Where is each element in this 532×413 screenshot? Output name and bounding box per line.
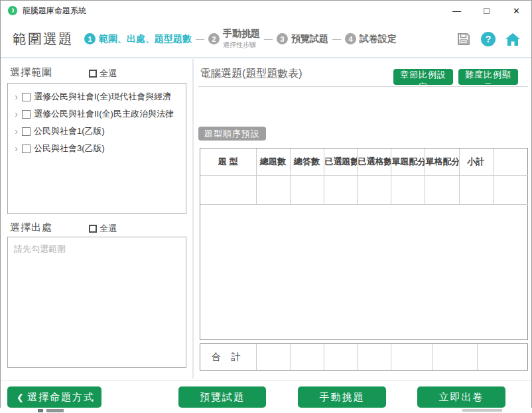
table-cell (324, 175, 357, 204)
range-panel-title: 選擇範圍 (10, 66, 52, 79)
step-2-sublabel: 選擇性步驟 (223, 40, 260, 50)
col-selected-blanks: 已選格數 (357, 148, 391, 175)
totals-cell (357, 344, 391, 370)
step-separator: — (196, 34, 204, 44)
chevron-left-icon: ❮ (17, 392, 24, 402)
range-tree-item[interactable]: › 選修公民與社會II(全)民主政治與法律 (12, 105, 183, 123)
totals-label: 合 計 (200, 344, 256, 370)
range-tree-item[interactable]: › 公民與社會3(乙版) (12, 140, 183, 157)
main-panel-divider (198, 86, 528, 87)
col-selected-questions: 已選題數 (324, 148, 357, 175)
step-separator: — (332, 34, 341, 44)
background-artifact (462, 409, 502, 412)
type-order-default-button[interactable]: 題型順序預設 (198, 127, 266, 141)
background-artifact (38, 409, 43, 412)
range-item-label: 選修公民與社會II(全)民主政治與法律 (34, 108, 174, 120)
totals-cell (256, 344, 290, 370)
home-icon[interactable] (505, 31, 521, 47)
range-item-checkbox[interactable] (22, 145, 31, 153)
step-2-number: 2 (208, 33, 220, 44)
range-select-all-checkbox[interactable] (89, 70, 97, 78)
range-item-label: 公民與社會3(乙版) (34, 143, 105, 154)
totals-row: 合 計 (200, 344, 527, 370)
maximize-button[interactable]: □ (472, 1, 501, 21)
range-tree: › 選修公民與社會I(全)現代社會與經濟 › 選修公民與社會II(全)民主政治與… (7, 83, 186, 214)
col-total-questions: 總題數 (256, 148, 290, 175)
choose-method-back-button[interactable]: ❮選擇命題方式 (7, 386, 101, 408)
totals-cell (477, 344, 527, 370)
background-artifact (46, 409, 64, 412)
step-3-number: 3 (277, 33, 288, 44)
help-icon[interactable]: ? (481, 32, 496, 46)
totals-cell (432, 344, 477, 370)
preview-questions-button[interactable]: 預覽試題 (178, 386, 266, 408)
col-points-per-question: 單題配分 (391, 148, 425, 175)
expand-chevron-icon[interactable]: › (12, 143, 21, 154)
expand-chevron-icon[interactable]: › (12, 126, 21, 137)
step-4-number: 4 (345, 33, 356, 44)
table-cell (391, 175, 425, 204)
range-item-checkbox[interactable] (22, 127, 31, 136)
col-subtotal: 小計 (459, 148, 493, 175)
step-4-paper-settings: 4 試卷設定 (345, 33, 397, 45)
minimize-button[interactable]: — (442, 1, 472, 21)
back-button-label: 選擇命題方式 (27, 391, 95, 402)
table-cell (200, 175, 256, 204)
app-window: 龍騰題庫命題系統 — □ ✕ 範圍選題 1 範圍、出處、題型題數 — 2 手動挑… (0, 0, 532, 408)
step-separator: — (264, 34, 273, 44)
action-bar: ❮選擇命題方式 預覽試題 手動挑題 立即出卷 (1, 380, 531, 408)
table-cell (493, 175, 528, 204)
step-3-preview: 3 預覽試題 (277, 33, 328, 45)
step-3-label: 預覽試題 (291, 33, 328, 45)
expand-chevron-icon[interactable]: › (12, 109, 21, 119)
app-title: 龍騰題庫命題系統 (23, 5, 86, 17)
save-icon[interactable] (456, 31, 472, 47)
col-empty (493, 148, 528, 175)
col-question-type: 題 型 (200, 148, 256, 175)
page-title: 範圍選題 (13, 30, 74, 48)
step-2-manual-pick: 2 手動挑題 選擇性步驟 (208, 28, 260, 50)
page-header: 範圍選題 1 範圍、出處、題型題數 — 2 手動挑題 選擇性步驟 — 3 預覽試… (1, 21, 531, 58)
table-cell (357, 175, 391, 204)
wizard-steps: 1 範圍、出處、題型題數 — 2 手動挑題 選擇性步驟 — 3 預覽試題 — 4… (84, 28, 397, 50)
generate-paper-button[interactable]: 立即出卷 (417, 386, 505, 408)
question-type-table: 題 型 總題數 總答數 已選題數 已選格數 單題配分 單格配分 小計 (200, 148, 528, 340)
table-cell (459, 175, 493, 204)
table-header-row: 題 型 總題數 總答數 已選題數 已選格數 單題配分 單格配分 小計 (200, 148, 528, 175)
range-tree-item[interactable]: › 選修公民與社會I(全)現代社會與經濟 (12, 88, 183, 105)
range-select-all[interactable]: 全選 (89, 68, 117, 80)
step-1-range: 1 範圍、出處、題型題數 (84, 33, 192, 45)
range-item-label: 選修公民與社會I(全)現代社會與經濟 (34, 91, 171, 103)
close-button[interactable]: ✕ (501, 1, 531, 21)
range-item-label: 公民與社會1(乙版) (34, 125, 105, 137)
table-cell (290, 175, 324, 204)
totals-cell (290, 344, 324, 370)
source-select-all-checkbox[interactable] (89, 225, 97, 233)
table-cell (425, 175, 459, 204)
range-tree-item[interactable]: › 公民與社會1(乙版) (12, 123, 183, 140)
main-panel-title: 電腦選題(題型題數表) (200, 67, 302, 81)
step-4-label: 試卷設定 (360, 33, 397, 45)
range-select-all-label: 全選 (100, 68, 117, 80)
source-select-all[interactable]: 全選 (89, 223, 117, 235)
manual-pick-button[interactable]: 手動挑題 (298, 386, 386, 408)
expand-chevron-icon[interactable]: › (12, 91, 21, 102)
panel-divider (192, 59, 194, 379)
source-select-all-label: 全選 (100, 223, 117, 235)
header-icons: ? (456, 31, 521, 47)
table-row (200, 175, 528, 204)
source-panel-title: 選擇出處 (10, 221, 52, 234)
source-list: 請先勾選範圍 (7, 237, 186, 368)
range-item-checkbox[interactable] (22, 93, 31, 101)
chapter-ratio-button[interactable]: 章節比例設定 (393, 69, 453, 85)
desktop-strip (0, 408, 532, 413)
title-bar: 龍騰題庫命題系統 — □ ✕ (1, 1, 531, 21)
difficulty-ratio-button[interactable]: 難度比例顯示 (458, 69, 518, 85)
table-cell (256, 175, 290, 204)
range-item-checkbox[interactable] (22, 110, 31, 119)
source-placeholder: 請先勾選範圍 (8, 237, 186, 255)
col-total-answers: 總答數 (290, 148, 324, 175)
col-points-per-blank: 單格配分 (425, 148, 459, 175)
step-1-number: 1 (84, 33, 96, 44)
window-controls: — □ ✕ (442, 1, 531, 21)
